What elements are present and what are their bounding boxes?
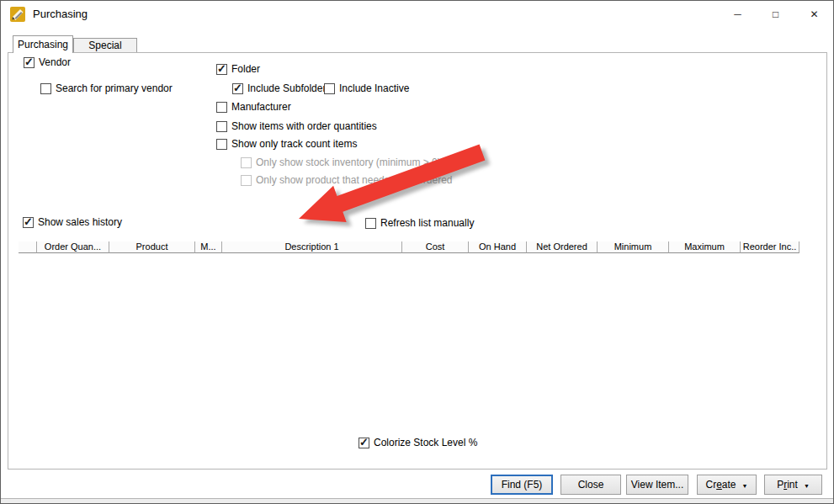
maximize-icon[interactable]: □	[757, 1, 794, 27]
grid-column-header[interactable]: Cost	[402, 241, 469, 253]
grid-column-header[interactable]: Minimum	[598, 241, 669, 253]
refresh-list-checkbox[interactable]: Refresh list manually	[365, 217, 476, 229]
show-only-track-count-checkbox[interactable]: Show only track count items	[216, 138, 359, 150]
chevron-down-icon: ▼	[804, 483, 810, 489]
include-subfolders-checkbox[interactable]: Include Subfolders	[232, 82, 333, 94]
grid-column-header[interactable]: M...	[195, 241, 222, 253]
only-stock-inventory-checkbox: Only show stock inventory (minimum > 0)	[241, 157, 444, 168]
grid-column-header[interactable]: Maximum	[669, 241, 741, 253]
colorize-stock-level-checkbox[interactable]: Colorize Stock Level %	[359, 437, 480, 448]
include-inactive-checkbox[interactable]: Include Inactive	[324, 82, 412, 94]
app-icon	[10, 7, 25, 22]
vendor-checkbox[interactable]: Vendor	[24, 56, 73, 68]
search-primary-vendor-checkbox[interactable]: Search for primary vendor	[40, 82, 175, 94]
chevron-down-icon: ▼	[742, 483, 748, 489]
grid-column-header[interactable]: Net Ordered	[527, 241, 598, 253]
minimize-icon[interactable]: ─	[719, 1, 757, 27]
create-button[interactable]: Create ▼	[697, 475, 757, 495]
grid-header-row: Order Quan...ProductM...Description 1Cos…	[19, 241, 799, 253]
grid-column-header[interactable]: On Hand	[469, 241, 527, 253]
find-button[interactable]: Find (F5)	[491, 475, 553, 495]
title-bar: Purchasing ─ □ ✕	[1, 1, 833, 27]
tab-page	[8, 52, 827, 470]
only-needs-ordered-checkbox: Only show product that needs to be order…	[241, 174, 454, 186]
purchasing-window: Purchasing ─ □ ✕ Purchasing Special Orde…	[0, 0, 834, 504]
folder-checkbox[interactable]: Folder	[216, 63, 263, 75]
window-bottom-strip	[1, 498, 833, 504]
close-icon[interactable]: ✕	[794, 1, 834, 27]
window-title: Purchasing	[33, 8, 88, 20]
tab-purchasing[interactable]: Purchasing	[13, 35, 73, 53]
grid-column-header[interactable]: Product	[109, 241, 195, 253]
view-item-button[interactable]: View Item...	[626, 475, 688, 495]
grid-column-header[interactable]: Order Quan...	[37, 241, 109, 253]
grid-column-header[interactable]: Reorder Inc..	[741, 241, 799, 253]
tab-special-orders[interactable]: Special Orders	[73, 38, 137, 53]
grid-selector-header	[19, 241, 37, 253]
show-items-order-quantities-checkbox[interactable]: Show items with order quantities	[216, 120, 380, 132]
manufacturer-checkbox[interactable]: Manufacturer	[216, 101, 294, 113]
show-sales-history-checkbox[interactable]: Show sales history	[23, 216, 125, 228]
print-button[interactable]: Print ▼	[764, 475, 822, 495]
grid-column-header[interactable]: Description 1	[222, 241, 402, 253]
close-button[interactable]: Close	[560, 475, 621, 495]
